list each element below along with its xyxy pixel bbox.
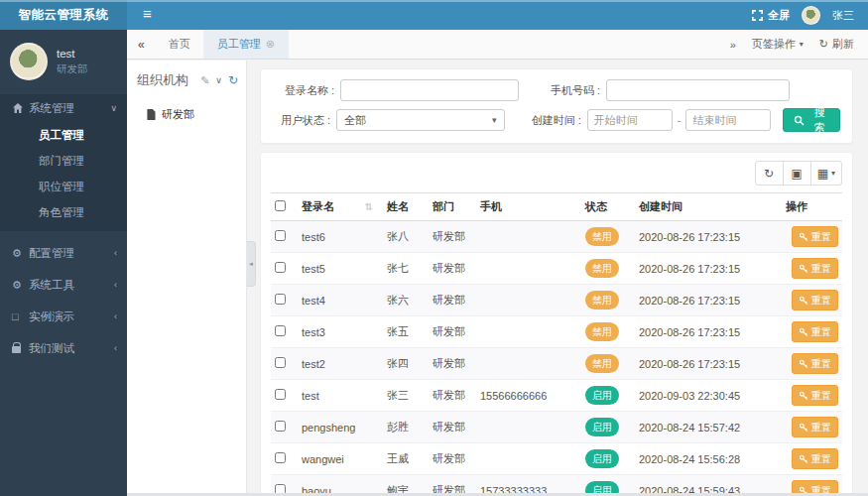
col-created: 创建时间 [635, 193, 782, 221]
login-name-input[interactable] [340, 79, 519, 101]
columns-dropdown-button[interactable]: ▦ ▾ [810, 161, 842, 186]
tree-node-label: 研发部 [162, 107, 194, 122]
topbar-avatar[interactable] [802, 6, 820, 25]
chevron-down-icon[interactable]: ∨ [215, 75, 222, 85]
gear-icon: ⚙ [12, 247, 29, 260]
key-icon [799, 264, 808, 274]
sidebar-menu: 系统管理 ∨ 员工管理 部门管理 职位管理 角色管理 ⚙ 配置管理 ‹ ⚙ 系统… [0, 94, 127, 362]
tabs-scroll-right-icon[interactable]: » [730, 39, 736, 51]
fullscreen-button[interactable]: 全屏 [752, 8, 790, 23]
sidebar-item-system-mgmt[interactable]: 系统管理 ∨ [0, 94, 127, 122]
cell-name: 张四 [383, 348, 429, 380]
table-refresh-button[interactable]: ↻ [755, 161, 784, 186]
end-time-input[interactable] [685, 109, 771, 131]
topbar-user-name[interactable]: 张三 [832, 8, 854, 23]
reset-password-button[interactable]: 重置 [792, 353, 838, 374]
chevron-left-icon: ‹ [114, 280, 117, 290]
cell-phone [476, 285, 581, 316]
refresh-label: 刷新 [832, 37, 854, 52]
col-phone: 手机 [476, 193, 581, 221]
file-icon [147, 109, 156, 120]
row-checkbox[interactable] [275, 421, 286, 432]
cell-action: 重置 [782, 412, 842, 443]
tab-close-icon[interactable]: ⊗ [266, 38, 275, 51]
tab-operations-label: 页签操作 [752, 37, 796, 52]
row-checkbox[interactable] [275, 230, 286, 241]
sidebar-item-dept-mgmt[interactable]: 部门管理 [0, 148, 127, 174]
tree-node-dev-dept[interactable]: 研发部 [127, 99, 246, 128]
col-login[interactable]: 登录名 ⇅ [298, 193, 383, 221]
tab-home[interactable]: 首页 [156, 30, 204, 59]
tab-operations-dropdown[interactable]: 页签操作 ▾ [752, 37, 804, 52]
profile-dept: 研发部 [57, 62, 88, 76]
key-icon [799, 232, 808, 242]
sidebar-item-employee-mgmt[interactable]: 员工管理 [0, 122, 127, 148]
cell-dept: 研发部 [429, 380, 476, 412]
row-checkbox[interactable] [275, 389, 286, 400]
cell-status: 启用 [581, 412, 635, 443]
sidebar-item-label: 系统管理 [29, 101, 74, 116]
select-all-cell [271, 193, 298, 221]
cell-created: 2020-08-26 17:23:15 [635, 285, 782, 316]
edit-icon[interactable]: ✎ [200, 74, 209, 87]
user-status-select[interactable]: 全部 ▾ [336, 109, 504, 131]
cell-action: 重置 [782, 443, 842, 475]
chevron-left-icon: ‹ [114, 311, 117, 321]
reset-password-button[interactable]: 重置 [792, 226, 838, 247]
row-checkbox[interactable] [275, 262, 286, 273]
select-all-checkbox[interactable] [275, 200, 286, 211]
cell-phone [476, 443, 581, 475]
table-row: test2张四研发部禁用2020-08-26 17:23:15重置 [271, 348, 842, 380]
topbar-right: 全屏 张三 [752, 0, 868, 30]
table-row: test5张七研发部禁用2020-08-26 17:23:15重置 [271, 253, 842, 285]
sidebar-item-config-mgmt[interactable]: ⚙ 配置管理 ‹ [0, 239, 127, 267]
reset-password-button[interactable]: 重置 [792, 321, 838, 342]
reset-password-button[interactable]: 重置 [792, 385, 838, 406]
panel-collapse-handle[interactable]: ◂ [247, 241, 256, 287]
fullscreen-label: 全屏 [768, 8, 790, 23]
row-select-cell [271, 443, 298, 475]
cell-phone [476, 253, 581, 285]
tabs-scroll-left-icon[interactable]: « [127, 30, 156, 59]
search-icon [794, 115, 805, 126]
search-button[interactable]: 搜索 [783, 108, 840, 132]
cell-login: pengsheng [298, 412, 383, 443]
reset-button-label: 重置 [811, 230, 831, 244]
sidebar-item-role-mgmt[interactable]: 角色管理 [0, 199, 127, 225]
cell-created: 2020-09-03 22:30:45 [635, 380, 782, 412]
cell-login: test4 [298, 285, 383, 316]
row-checkbox[interactable] [275, 357, 286, 368]
key-icon [799, 327, 808, 337]
profile-avatar[interactable] [10, 43, 48, 80]
reset-password-button[interactable]: 重置 [792, 290, 838, 310]
sidebar-item-demo[interactable]: □ 实例演示 ‹ [0, 303, 127, 330]
cell-phone [476, 221, 581, 253]
phone-label: 手机号码 : [527, 83, 600, 98]
cell-action: 重置 [782, 285, 842, 316]
topbar: 智能云管理系统 ≡ 全屏 张三 [0, 0, 868, 30]
card-view-toggle-button[interactable]: ▣ [783, 161, 811, 186]
row-checkbox[interactable] [275, 325, 286, 336]
sidebar-item-position-mgmt[interactable]: 职位管理 [0, 174, 127, 199]
table-row: wangwei王威研发部启用2020-08-24 15:56:28重置 [271, 443, 842, 475]
row-checkbox[interactable] [275, 452, 286, 463]
reset-password-button[interactable]: 重置 [792, 448, 838, 469]
col-dept: 部门 [429, 193, 476, 221]
sidebar-item-label: 我们测试 [29, 341, 74, 356]
phone-input[interactable] [606, 79, 790, 101]
sidebar-item-label: 系统工具 [29, 278, 74, 293]
reset-password-button[interactable]: 重置 [792, 417, 838, 437]
cell-phone [476, 348, 581, 380]
tab-employee-mgmt[interactable]: 员工管理 ⊗ [204, 30, 289, 59]
hamburger-icon[interactable]: ≡ [127, 0, 168, 30]
row-checkbox[interactable] [275, 294, 286, 305]
sidebar-item-system-tools[interactable]: ⚙ 系统工具 ‹ [0, 271, 127, 299]
refresh-icon[interactable]: ↻ [228, 73, 238, 87]
start-time-input[interactable] [587, 109, 673, 131]
sidebar-item-our-test[interactable]: 我们测试 ‹ [0, 334, 127, 362]
reset-password-button[interactable]: 重置 [792, 258, 838, 279]
cell-name: 张六 [383, 285, 429, 316]
tab-refresh-button[interactable]: ↻ 刷新 [819, 37, 854, 52]
col-action: 操作 [782, 193, 842, 221]
lock-icon [12, 343, 29, 353]
